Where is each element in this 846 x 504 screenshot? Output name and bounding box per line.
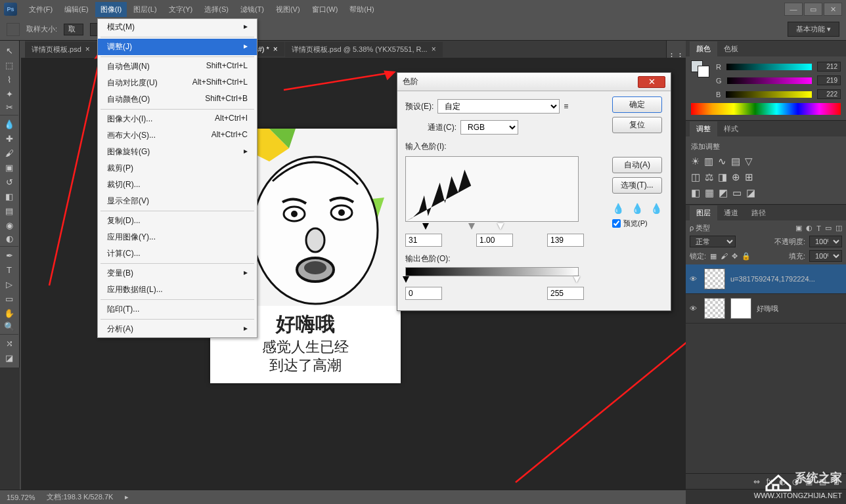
levels-icon[interactable]: ▥ [704,156,713,167]
hand-tool[interactable]: ✋ [0,306,18,320]
opacity-input[interactable]: 100% [809,236,842,247]
filter-shape-icon[interactable]: ▭ [825,224,832,232]
lock-move-icon[interactable]: ✥ [732,252,738,261]
r-value[interactable] [817,62,841,72]
menu-item[interactable]: 自动颜色(O)Shift+Ctrl+B [98,91,257,108]
zoom-tool[interactable]: 🔍 [0,320,18,335]
preview-check-input[interactable] [612,219,621,228]
status-arrow-icon[interactable]: ▸ [125,493,129,501]
curves-icon[interactable]: ∿ [718,156,726,167]
dialog-titlebar[interactable]: 色阶 ✕ [397,73,671,91]
tab-channels[interactable]: 通道 [717,205,745,220]
wand-tool[interactable]: ✦ [0,87,18,101]
menu-窗口(W)[interactable]: 窗口(W) [307,2,344,17]
bw-icon[interactable]: ◨ [718,171,727,183]
menu-视图(V)[interactable]: 视图(V) [271,2,305,17]
move-tool[interactable]: ↖ [0,43,18,58]
workspace-switcher[interactable]: 基本功能 ▾ [788,22,839,37]
menu-文件(F)[interactable]: 文件(F) [24,2,58,17]
color-spectrum[interactable] [691,103,841,115]
tab-adjustments[interactable]: 调整 [690,121,717,136]
invert-icon[interactable]: ◧ [691,187,700,199]
zoom-level[interactable]: 159.72% [7,494,35,501]
background-swatch[interactable] [698,66,709,77]
active-tool-icon[interactable] [7,23,20,36]
lock-all-icon[interactable]: 🔒 [742,252,751,261]
posterize-icon[interactable]: ▦ [705,187,714,199]
options-button[interactable]: 选项(T)... [612,177,662,194]
b-slider[interactable] [726,91,812,98]
stamp-tool[interactable]: ▣ [0,160,18,175]
menu-item[interactable]: 裁切(R)... [98,177,257,193]
layer-name[interactable]: 好嗨哦 [757,304,842,314]
layer-thumbnail[interactable] [704,298,725,319]
menu-item[interactable]: 调整(J) [98,39,257,55]
gradient-map-icon[interactable]: ▭ [732,187,742,199]
g-slider[interactable] [727,77,812,84]
layer-row[interactable]: 👁u=3817592474,1792224... [686,264,846,294]
output-white-field[interactable] [547,287,584,300]
tab-color[interactable]: 颜色 [690,41,717,56]
layer-name[interactable]: u=3817592474,1792224... [730,275,842,283]
tab-swatches[interactable]: 色板 [717,41,745,56]
swap-colors-icon[interactable]: ⤭ [0,336,18,350]
menu-item[interactable]: 画布大小(S)...Alt+Ctrl+C [98,127,257,144]
blend-mode-select[interactable]: 正常 [690,236,736,247]
input-gamma-field[interactable] [476,234,513,247]
preset-select[interactable]: 自定 [437,99,560,114]
menu-图层(L)[interactable]: 图层(L) [128,2,162,17]
white-point-slider[interactable] [497,223,504,230]
menu-item[interactable]: 模式(M) [98,19,257,35]
eraser-tool[interactable]: ◧ [0,189,18,203]
channel-select[interactable]: RGB [460,120,518,135]
black-point-slider[interactable] [422,223,429,230]
menu-文字(Y)[interactable]: 文字(Y) [164,2,198,17]
out-white-slider[interactable] [573,276,580,283]
menu-item[interactable]: 复制(D)... [98,213,257,229]
ok-button[interactable]: 确定 [612,96,662,113]
tab-close-icon[interactable]: × [273,45,278,54]
maximize-button[interactable]: ▭ [804,3,822,16]
blur-tool[interactable]: ◉ [0,218,18,232]
input-sliders[interactable] [405,223,579,232]
sample-size-input[interactable] [64,24,83,35]
r-slider[interactable] [726,64,812,70]
lock-trans-icon[interactable]: ▦ [710,252,717,261]
menu-编辑(E)[interactable]: 编辑(E) [59,2,94,17]
balance-icon[interactable]: ⚖ [705,171,713,183]
pen-tool[interactable]: ✒ [0,248,18,262]
hsl-icon[interactable]: ◫ [691,171,700,183]
preview-checkbox[interactable]: 预览(P) [612,219,663,228]
filter-pixel-icon[interactable]: ▣ [795,224,802,232]
menu-帮助(H)[interactable]: 帮助(H) [344,2,379,17]
path-select-tool[interactable]: ▷ [0,277,18,291]
brightness-icon[interactable]: ☀ [691,156,700,167]
visibility-icon[interactable]: 👁 [690,275,699,283]
output-black-field[interactable] [405,287,442,300]
gamma-slider[interactable] [468,223,475,230]
layer-thumbnail[interactable] [704,268,725,289]
preset-menu-icon[interactable]: ≡ [564,102,568,111]
menu-item[interactable]: 应用图像(Y)... [98,229,257,245]
mask-thumbnail[interactable] [730,298,751,319]
menu-item[interactable]: 变量(B) [98,265,257,282]
output-sliders[interactable] [405,276,579,285]
type-tool[interactable]: T [0,262,18,277]
fill-input[interactable]: 100% [809,250,842,262]
close-window-button[interactable]: ✕ [824,3,842,16]
healing-tool[interactable]: ✚ [0,131,18,146]
menu-图像(I)[interactable]: 图像(I) [95,2,127,17]
vibrance-icon[interactable]: ▽ [745,156,753,167]
crop-tool[interactable]: ✂ [0,101,18,116]
dodge-tool[interactable]: ◐ [0,232,18,247]
visibility-icon[interactable]: 👁 [690,304,699,312]
menu-item[interactable]: 图像大小(I)...Alt+Ctrl+I [98,111,257,127]
tab-paths[interactable]: 路径 [745,205,772,220]
black-eyedropper-icon[interactable]: 💧 [612,203,625,215]
dialog-close-button[interactable]: ✕ [638,76,665,88]
layer-row[interactable]: 👁好嗨哦 [686,294,846,324]
minimize-button[interactable]: — [784,3,803,16]
gray-eyedropper-icon[interactable]: 💧 [631,203,644,215]
tab-styles[interactable]: 样式 [717,121,745,136]
reset-button[interactable]: 复位 [612,117,662,133]
